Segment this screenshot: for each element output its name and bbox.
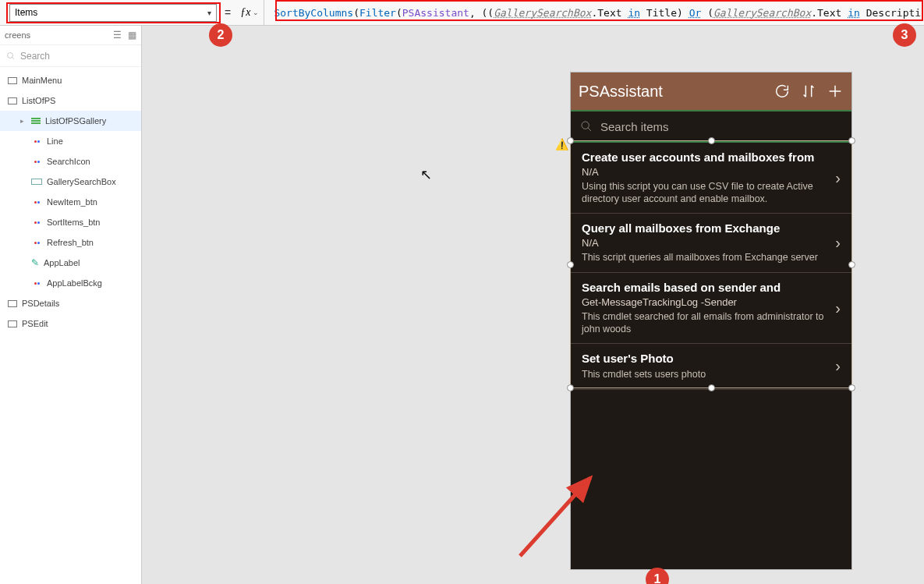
tree-item-label: NewItem_btn bbox=[47, 197, 97, 207]
app-title: PSAssistant bbox=[579, 83, 764, 101]
screen-icon bbox=[8, 300, 17, 307]
svg-line-1 bbox=[12, 57, 15, 59]
tree-item-newitem_btn[interactable]: NewItem_btn bbox=[0, 192, 141, 212]
gallery-item-desc: Using this script you can use CSV file t… bbox=[582, 181, 827, 205]
tree-item-applabelbckg[interactable]: AppLabelBckg bbox=[0, 273, 141, 293]
tree-item-label: PSDetails bbox=[22, 299, 59, 308]
tree-item-label: GallerySearchBox bbox=[47, 177, 116, 186]
annotation-circle-1: 1 bbox=[646, 568, 669, 584]
property-value: Items bbox=[15, 7, 37, 18]
cursor-icon: ↖ bbox=[420, 166, 432, 183]
tree-item-label: Line bbox=[47, 136, 63, 146]
tree-item-label: ListOfPS bbox=[22, 96, 55, 105]
control-icon bbox=[31, 278, 42, 288]
tree-item-label: Refresh_btn bbox=[47, 238, 94, 247]
gallery-item[interactable]: Set user's PhotoThis cmdlet sets users p… bbox=[571, 344, 851, 390]
panel-header-label: creens bbox=[5, 30, 30, 40]
tree-item-sortitems_btn[interactable]: SortItems_btn bbox=[0, 212, 141, 232]
control-icon bbox=[31, 197, 42, 207]
chevron-right-icon: › bbox=[835, 299, 841, 317]
tree-item-label: MainMenu bbox=[22, 76, 62, 85]
fx-icon: ƒx bbox=[240, 6, 250, 19]
control-icon bbox=[31, 218, 42, 227]
search-icon bbox=[580, 120, 593, 133]
tree-search-placeholder: Search bbox=[20, 51, 50, 62]
gallery-item-subtitle: Get-MessageTrackingLog -Sender bbox=[582, 296, 827, 308]
gallery-item-title: Query all mailboxes from Exchange bbox=[582, 221, 827, 235]
svg-point-2 bbox=[582, 122, 589, 129]
tree-item-listofps[interactable]: ListOfPS bbox=[0, 90, 141, 111]
svg-point-0 bbox=[8, 52, 13, 58]
gallery-item-desc: This cmdlet sets users photo bbox=[582, 369, 827, 381]
control-icon bbox=[31, 157, 42, 166]
tree-item-psedit[interactable]: PSEdit bbox=[0, 313, 141, 334]
tree-item-psdetails[interactable]: PSDetails bbox=[0, 293, 141, 313]
gallery-item-body: Create user accounts and mailboxes fromN… bbox=[582, 150, 827, 205]
add-icon[interactable] bbox=[827, 83, 844, 100]
property-dropdown[interactable]: Items ▾ bbox=[9, 4, 217, 22]
treeview-toggle-icon[interactable]: ☰ bbox=[113, 30, 122, 41]
equals-label: = bbox=[221, 6, 234, 19]
chevron-right-icon: › bbox=[835, 234, 841, 252]
textbox-icon bbox=[31, 177, 42, 186]
gallery-item-subtitle: N/A bbox=[582, 237, 827, 249]
tree-item-listofpsgallery[interactable]: ▸ListOfPSGallery bbox=[0, 111, 141, 131]
screen-icon bbox=[8, 320, 17, 327]
control-icon bbox=[31, 238, 42, 247]
panel-header: creens ☰ ▦ bbox=[0, 26, 141, 45]
screens-panel: creens ☰ ▦ Search MainMenuListOfPS▸ListO… bbox=[0, 26, 142, 584]
fx-dropdown[interactable]: ƒx ⌄ bbox=[239, 0, 264, 26]
gallery-item[interactable]: Query all mailboxes from ExchangeN/AThis… bbox=[571, 214, 851, 273]
tree-item-mainmenu[interactable]: MainMenu bbox=[0, 70, 141, 90]
tree-item-refresh_btn[interactable]: Refresh_btn bbox=[0, 232, 141, 253]
svg-line-3 bbox=[588, 128, 591, 131]
tree-item-line[interactable]: Line bbox=[0, 131, 141, 151]
gallery-icon bbox=[31, 118, 41, 124]
gallery-search-placeholder: Search items bbox=[600, 120, 669, 133]
chevron-down-icon: ⌄ bbox=[253, 9, 259, 16]
search-icon bbox=[6, 51, 16, 61]
chevron-right-icon: › bbox=[835, 169, 841, 187]
formula-bar: Items ▾ = ƒx ⌄ SortByColumns(Filter(PSAs… bbox=[0, 0, 924, 26]
refresh-icon[interactable] bbox=[774, 83, 791, 100]
gallery-item-subtitle: N/A bbox=[582, 166, 827, 178]
formula-input[interactable]: SortByColumns(Filter(PSAssistant, ((Gall… bbox=[269, 7, 921, 19]
label-icon: ✎ bbox=[31, 257, 39, 268]
canvas[interactable]: ↖ PSAssistant Search items Create user a… bbox=[142, 26, 924, 584]
gallery-item-title: Search emails based on sender and bbox=[582, 281, 827, 295]
treeview-grid-icon[interactable]: ▦ bbox=[128, 30, 136, 41]
tree-item-label: SearchIcon bbox=[47, 157, 90, 166]
tree-item-gallerysearchbox[interactable]: GallerySearchBox bbox=[0, 172, 141, 192]
tree-item-applabel[interactable]: ✎AppLabel bbox=[0, 253, 141, 273]
phone-preview: PSAssistant Search items Create user acc… bbox=[571, 73, 851, 569]
gallery-search-box[interactable]: Search items bbox=[571, 110, 851, 143]
control-icon bbox=[31, 136, 42, 146]
gallery-item-title: Set user's Photo bbox=[582, 352, 827, 366]
screen-icon bbox=[8, 97, 17, 104]
gallery-item-desc: This cmdlet searched for all emails from… bbox=[582, 311, 827, 335]
tree-item-label: SortItems_btn bbox=[47, 218, 100, 227]
screen-icon bbox=[8, 77, 17, 84]
tree: MainMenuListOfPS▸ListOfPSGalleryLineSear… bbox=[0, 67, 141, 337]
chevron-right-icon: › bbox=[835, 357, 841, 375]
gallery-item-title: Create user accounts and mailboxes from bbox=[582, 150, 827, 165]
phone-header: PSAssistant bbox=[571, 73, 851, 110]
tree-search[interactable]: Search bbox=[0, 45, 141, 67]
warning-icon: ⚠️ bbox=[555, 138, 568, 150]
gallery-item[interactable]: Create user accounts and mailboxes fromN… bbox=[571, 143, 851, 214]
tree-item-searchicon[interactable]: SearchIcon bbox=[0, 151, 141, 172]
gallery[interactable]: Create user accounts and mailboxes fromN… bbox=[571, 143, 851, 390]
gallery-item[interactable]: Search emails based on sender andGet-Mes… bbox=[571, 273, 851, 344]
gallery-item-body: Set user's PhotoThis cmdlet sets users p… bbox=[582, 352, 827, 381]
chevron-down-icon: ▾ bbox=[207, 9, 211, 17]
tree-item-label: ListOfPSGallery bbox=[45, 116, 106, 126]
chevron-right-icon: ▸ bbox=[20, 117, 27, 125]
tree-item-label: AppLabel bbox=[44, 258, 80, 267]
sort-icon[interactable] bbox=[800, 83, 817, 100]
gallery-item-body: Search emails based on sender andGet-Mes… bbox=[582, 281, 827, 335]
gallery-item-desc: This script queries all mailboxes from E… bbox=[582, 252, 827, 264]
gallery-item-body: Query all mailboxes from ExchangeN/AThis… bbox=[582, 221, 827, 264]
tree-item-label: PSEdit bbox=[22, 319, 48, 328]
tree-item-label: AppLabelBckg bbox=[47, 278, 102, 288]
